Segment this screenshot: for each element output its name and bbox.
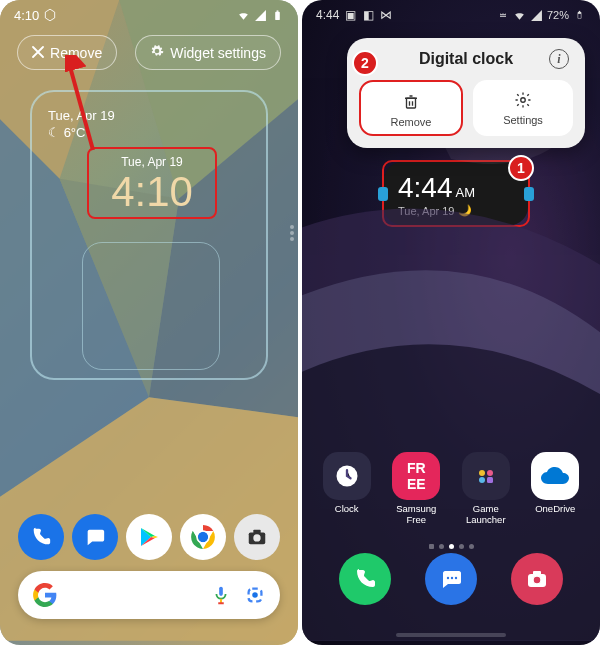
home-apps-row: Clock FREE Samsung Free Game Launcher On…: [302, 452, 600, 525]
camera-app[interactable]: [511, 553, 563, 605]
camera-app[interactable]: [234, 514, 280, 560]
moon-icon: ☾: [48, 125, 60, 140]
panel-drag-handle[interactable]: [290, 225, 294, 241]
messages-app[interactable]: [425, 553, 477, 605]
popup-title: Digital clock: [419, 50, 513, 68]
gear-icon: [513, 90, 533, 110]
clock-time: 4:10: [93, 169, 211, 215]
annotation-badge-2: 2: [352, 50, 378, 76]
status-app-icon: ▣: [343, 8, 357, 22]
widget-settings-label: Widget settings: [170, 45, 266, 61]
mic-icon[interactable]: [210, 584, 232, 606]
wifi-icon: [513, 8, 527, 22]
svg-point-32: [447, 577, 449, 579]
page-indicator[interactable]: [302, 544, 600, 549]
clock-widget[interactable]: Tue, Apr 19 4:10: [87, 147, 217, 219]
status-bar: 4:10: [0, 0, 298, 30]
weather-date: Tue, Apr 19: [48, 108, 250, 125]
status-bar: 4:44 ▣ ◧ ⋈ ⩸ 72%: [302, 0, 600, 30]
svg-rect-23: [578, 11, 580, 12]
wifi-icon: [236, 8, 250, 22]
battery-icon: [270, 8, 284, 22]
svg-rect-17: [219, 587, 223, 596]
svg-point-29: [487, 470, 493, 476]
gear-icon: [150, 44, 164, 61]
chrome-app[interactable]: [180, 514, 226, 560]
battery-icon: [572, 8, 586, 22]
popup-settings-label: Settings: [503, 114, 543, 126]
weather-temp: 6°C: [64, 125, 86, 140]
svg-rect-7: [276, 10, 278, 11]
samsung-phone-screen: 4:44 ▣ ◧ ⋈ ⩸ 72% 2 Digital clock i Remov…: [302, 0, 600, 645]
samsung-free-app[interactable]: FREE Samsung Free: [385, 452, 447, 525]
remove-label: Remove: [50, 45, 102, 61]
widget-context-popup: Digital clock i Remove Settings: [347, 38, 585, 148]
app-status-icon: [43, 8, 57, 22]
svg-rect-6: [275, 11, 280, 19]
dock: [302, 553, 600, 605]
svg-point-28: [479, 470, 485, 476]
popup-settings-button[interactable]: Settings: [473, 80, 573, 136]
svg-point-15: [253, 534, 260, 541]
info-icon[interactable]: i: [549, 49, 569, 69]
close-icon: [32, 45, 44, 61]
clock-app[interactable]: Clock: [316, 452, 378, 525]
volte-icon: ⩸: [496, 8, 510, 22]
popup-remove-button[interactable]: Remove: [359, 80, 463, 136]
status-app-icon-2: ◧: [361, 8, 375, 22]
annotation-badge-1: 1: [508, 155, 534, 181]
messages-app[interactable]: [72, 514, 118, 560]
weather-snippet: Tue, Apr 19 ☾ 6°C: [48, 108, 250, 142]
svg-rect-31: [487, 477, 493, 483]
svg-point-33: [451, 577, 453, 579]
google-logo-icon: [32, 582, 58, 608]
lens-icon[interactable]: [244, 584, 266, 606]
pixel-phone-screen: 4:10 Remove Widget settings Tue, Apr 19: [0, 0, 298, 645]
svg-rect-25: [407, 98, 416, 108]
onedrive-app[interactable]: OneDrive: [524, 452, 586, 525]
dock: [0, 514, 298, 560]
svg-point-34: [455, 577, 457, 579]
remove-button[interactable]: Remove: [17, 35, 117, 70]
battery-text: 72%: [547, 9, 569, 21]
svg-point-30: [479, 477, 485, 483]
clock-date: Tue, Apr 19: [93, 155, 211, 169]
widget-settings-button[interactable]: Widget settings: [135, 35, 281, 70]
phone-app[interactable]: [339, 553, 391, 605]
svg-point-26: [521, 98, 526, 103]
svg-rect-38: [533, 571, 541, 575]
widget-resize-box[interactable]: [82, 242, 220, 370]
widget-selection-outline[interactable]: Tue, Apr 19 ☾ 6°C Tue, Apr 19 4:10: [30, 90, 268, 380]
widget-edit-actions: Remove Widget settings: [0, 35, 298, 70]
status-time: 4:10: [14, 8, 39, 23]
search-bar[interactable]: [18, 571, 280, 619]
game-launcher-app[interactable]: Game Launcher: [455, 452, 517, 525]
svg-point-21: [252, 592, 258, 598]
svg-rect-16: [253, 530, 260, 534]
signal-icon: [530, 8, 544, 22]
popup-remove-label: Remove: [391, 116, 432, 128]
play-store-app[interactable]: [126, 514, 172, 560]
trash-icon: [401, 92, 421, 112]
status-app-icon-3: ⋈: [379, 8, 393, 22]
status-time: 4:44: [316, 8, 339, 22]
svg-rect-24: [578, 14, 581, 19]
svg-point-12: [198, 532, 208, 542]
phone-app[interactable]: [18, 514, 64, 560]
signal-icon: [253, 8, 267, 22]
